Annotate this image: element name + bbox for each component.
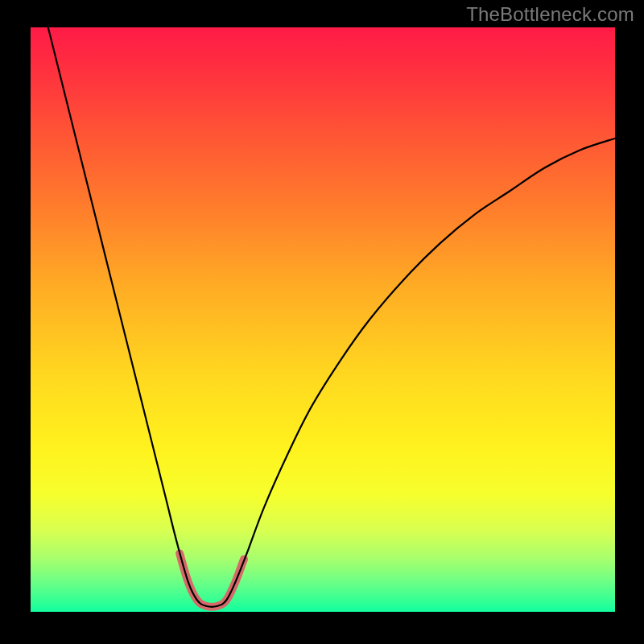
plot-background (31, 27, 615, 612)
chart-frame: TheBottleneck.com (0, 0, 644, 644)
watermark-text: TheBottleneck.com (466, 3, 634, 26)
bottleneck-chart (0, 0, 644, 644)
